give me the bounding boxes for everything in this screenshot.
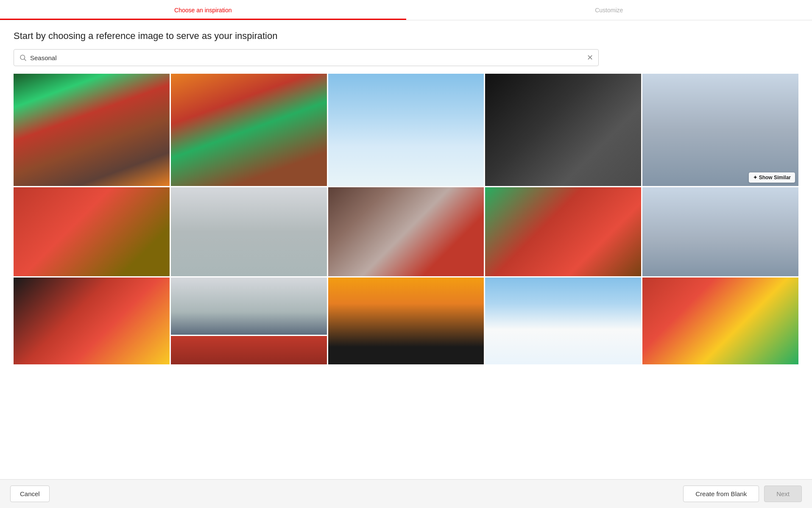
image-cell-2[interactable]: ✦ Show Similar (171, 74, 327, 186)
search-input[interactable] (30, 54, 587, 61)
footer-right: Create from Blank Next (683, 486, 802, 502)
step-1-label: Choose an inspiration (174, 7, 232, 14)
search-icon (19, 54, 27, 61)
step-2: Customize (406, 0, 812, 20)
image-cell-8[interactable]: ✦ Show Similar (328, 187, 484, 276)
search-container: ✕ (14, 49, 599, 66)
show-similar-label-5: Show Similar (759, 175, 791, 180)
image-cell-7[interactable]: ✦ Show Similar (171, 187, 327, 276)
create-from-blank-button[interactable]: Create from Blank (683, 486, 759, 502)
wand-icon-5: ✦ (753, 175, 757, 180)
image-cell-3[interactable]: ✦ Show Similar (328, 74, 484, 186)
svg-line-1 (24, 59, 26, 61)
image-cell-11[interactable]: ✦ Show Similar (14, 278, 170, 364)
image-cell-10[interactable]: ✦ Show Similar (642, 187, 798, 276)
image-row-3: ✦ Show Similar ✦ Show Similar ✦ Show Sim… (14, 278, 798, 364)
image-cell-12[interactable]: ✦ Show Similar (171, 278, 327, 364)
cancel-button[interactable]: Cancel (10, 486, 50, 502)
clear-search-icon[interactable]: ✕ (587, 53, 593, 62)
page-title: Start by choosing a reference image to s… (14, 31, 798, 42)
image-cell-14[interactable]: ✦ Show Similar (485, 278, 641, 364)
footer-left: Cancel (10, 486, 50, 502)
footer: Cancel Create from Blank Next (0, 479, 812, 508)
image-cell-1[interactable]: ✦ Show Similar (14, 74, 170, 186)
step-1[interactable]: Choose an inspiration (0, 0, 406, 20)
image-cell-4[interactable]: ✦ Show Similar (485, 74, 641, 186)
step-progress-bar (0, 19, 406, 20)
next-button[interactable]: Next (764, 486, 802, 502)
image-cell-5[interactable]: ✦ Show Similar (642, 74, 798, 186)
svg-point-0 (20, 55, 25, 60)
image-cell-6[interactable]: ✦ Show Similar (14, 187, 170, 276)
image-cell-13[interactable]: ✦ Show Similar (328, 278, 484, 364)
image-cell-15[interactable]: ✦ Show Similar (642, 278, 798, 364)
image-cell-9[interactable]: ✦ Show Similar (485, 187, 641, 276)
stepper: Choose an inspiration Customize (0, 0, 812, 20)
image-row-2: ✦ Show Similar ✦ Show Similar ✦ Show Sim… (14, 187, 798, 276)
image-row-1: ✦ Show Similar ✦ Show Similar ✦ Show Sim… (14, 74, 798, 186)
main-content: Start by choosing a reference image to s… (0, 20, 812, 400)
image-grid: ✦ Show Similar ✦ Show Similar ✦ Show Sim… (14, 74, 798, 400)
step-2-label: Customize (595, 7, 623, 14)
show-similar-btn-5[interactable]: ✦ Show Similar (749, 172, 795, 183)
